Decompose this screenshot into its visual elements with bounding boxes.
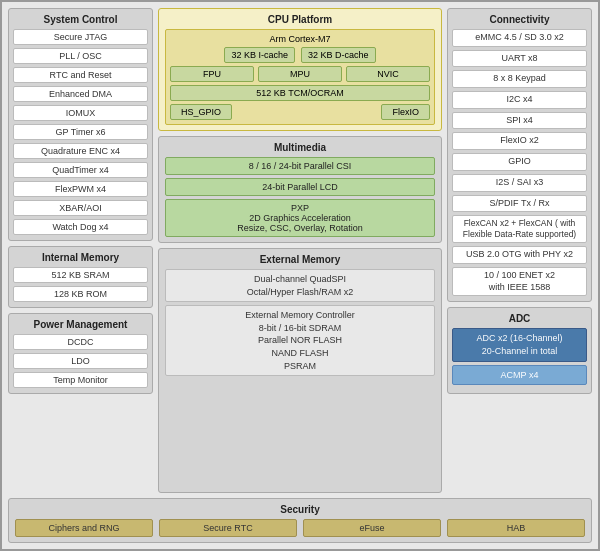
item-quad-enc: Quadrature ENC x4 <box>13 143 148 159</box>
cpu-tcm: 512 KB TCM/OCRAM <box>170 85 430 101</box>
sec-ciphers: Ciphers and RNG <box>15 519 153 537</box>
cpu-fpu-row: FPU MPU NVIC <box>170 66 430 82</box>
conn-usb: USB 2.0 OTG with PHY x2 <box>452 246 587 264</box>
cpu-core-label: Arm Cortex-M7 <box>269 34 330 44</box>
adc-section: ADC ADC x2 (16-Channel) 20-Channel in to… <box>447 307 592 394</box>
adc-title: ADC <box>452 313 587 324</box>
item-rtc-reset: RTC and Reset <box>13 67 148 83</box>
conn-i2s: I2S / SAI x3 <box>452 174 587 192</box>
conn-keypad: 8 x 8 Keypad <box>452 70 587 88</box>
conn-uart: UART x8 <box>452 50 587 68</box>
power-management-title: Power Management <box>13 319 148 330</box>
conn-can: FlexCAN x2 + FlexCAN ( with Flexible Dat… <box>452 215 587 243</box>
item-secure-jtag: Secure JTAG <box>13 29 148 45</box>
item-dcdc: DCDC <box>13 334 148 350</box>
ext-quadspi: Dual-channel QuadSPI Octal/Hyper Flash/R… <box>165 269 435 302</box>
item-ldo: LDO <box>13 353 148 369</box>
cpu-section: CPU Platform Arm Cortex-M7 32 KB I-cache… <box>158 8 442 131</box>
security-title: Security <box>15 504 585 515</box>
adc-channels: ADC x2 (16-Channel) 20-Channel in total <box>452 328 587 361</box>
ext-controller: External Memory Controller 8-bit / 16-bi… <box>165 305 435 376</box>
sec-efuse: eFuse <box>303 519 441 537</box>
connectivity-section: Connectivity eMMC 4.5 / SD 3.0 x2 UART x… <box>447 8 592 302</box>
right-column: Connectivity eMMC 4.5 / SD 3.0 x2 UART x… <box>447 8 592 493</box>
cpu-icache: 32 KB I-cache <box>224 47 295 63</box>
item-iomux: IOMUX <box>13 105 148 121</box>
cpu-gpio-row: HS_GPIO FlexIO <box>170 104 430 120</box>
security-section: Security Ciphers and RNG Secure RTC eFus… <box>8 498 592 543</box>
cpu-title: CPU Platform <box>165 14 435 25</box>
item-128kb-rom: 128 KB ROM <box>13 286 148 302</box>
cpu-cache-row: 32 KB I-cache 32 KB D-cache <box>170 47 430 63</box>
cpu-dcache: 32 KB D-cache <box>301 47 376 63</box>
cpu-mpu: MPU <box>258 66 342 82</box>
sec-rtc: Secure RTC <box>159 519 297 537</box>
ext-memory-title: External Memory <box>165 254 435 265</box>
item-gp-timer: GP Timer x6 <box>13 124 148 140</box>
item-xbar-aoi: XBAR/AOI <box>13 200 148 216</box>
conn-spi: SPI x4 <box>452 112 587 130</box>
conn-i2c: I2C x4 <box>452 91 587 109</box>
power-management-section: Power Management DCDC LDO Temp Monitor <box>8 313 153 394</box>
mm-csi: 8 / 16 / 24-bit Parallel CSI <box>165 157 435 175</box>
cpu-tcm-row: 512 KB TCM/OCRAM <box>170 85 430 101</box>
main-container: System Control Secure JTAG PLL / OSC RTC… <box>0 0 600 551</box>
left-column: System Control Secure JTAG PLL / OSC RTC… <box>8 8 153 493</box>
adc-acmp: ACMP x4 <box>452 365 587 386</box>
system-control-title: System Control <box>13 14 148 25</box>
cpu-core-row: Arm Cortex-M7 <box>170 34 430 44</box>
cpu-flexio: FlexIO <box>381 104 430 120</box>
item-watchdog: Watch Dog x4 <box>13 219 148 235</box>
item-quadtimer: QuadTimer x4 <box>13 162 148 178</box>
multimedia-section: Multimedia 8 / 16 / 24-bit Parallel CSI … <box>158 136 442 243</box>
mm-lcd: 24-bit Parallel LCD <box>165 178 435 196</box>
sec-hab: HAB <box>447 519 585 537</box>
conn-gpio: GPIO <box>452 153 587 171</box>
conn-flexio: FlexIO x2 <box>452 132 587 150</box>
center-column: CPU Platform Arm Cortex-M7 32 KB I-cache… <box>158 8 442 493</box>
system-control-section: System Control Secure JTAG PLL / OSC RTC… <box>8 8 153 241</box>
item-flexpwm: FlexPWM x4 <box>13 181 148 197</box>
multimedia-title: Multimedia <box>165 142 435 153</box>
cpu-fpu: FPU <box>170 66 254 82</box>
item-pll-osc: PLL / OSC <box>13 48 148 64</box>
security-items: Ciphers and RNG Secure RTC eFuse HAB <box>15 519 585 537</box>
cpu-inner-box: Arm Cortex-M7 32 KB I-cache 32 KB D-cach… <box>165 29 435 125</box>
item-enhanced-dma: Enhanced DMA <box>13 86 148 102</box>
mm-pxp: PXP 2D Graphics Acceleration Resize, CSC… <box>165 199 435 237</box>
connectivity-title: Connectivity <box>452 14 587 25</box>
cpu-hs-gpio: HS_GPIO <box>170 104 232 120</box>
internal-memory-section: Internal Memory 512 KB SRAM 128 KB ROM <box>8 246 153 308</box>
item-512kb-sram: 512 KB SRAM <box>13 267 148 283</box>
conn-spdif: S/PDIF Tx / Rx <box>452 195 587 213</box>
internal-memory-title: Internal Memory <box>13 252 148 263</box>
item-temp-monitor: Temp Monitor <box>13 372 148 388</box>
conn-enet: 10 / 100 ENET x2 with IEEE 1588 <box>452 267 587 296</box>
ext-memory-section: External Memory Dual-channel QuadSPI Oct… <box>158 248 442 493</box>
cpu-nvic: NVIC <box>346 66 430 82</box>
conn-emmc: eMMC 4.5 / SD 3.0 x2 <box>452 29 587 47</box>
